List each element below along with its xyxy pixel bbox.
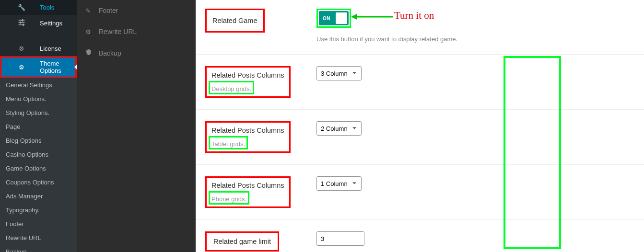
submenu-game-options[interactable]: Game Options	[0, 161, 77, 175]
sliders-icon	[6, 19, 37, 28]
annotation-turn-it-on: Turn it on	[394, 10, 434, 22]
submenu-ads-manager[interactable]: Ads Manager	[0, 189, 77, 203]
svg-rect-0	[18, 20, 24, 21]
wrench-icon: 🔧	[6, 4, 37, 11]
sidebar-label: Settings	[40, 20, 71, 27]
submenu-styling-options[interactable]: Styling Options.	[0, 106, 77, 120]
field-columns-desktop: Related Posts Columns Desktop grids. 3 C…	[196, 55, 644, 110]
field-columns-tablet: Related Posts Columns Tablet grids. 2 Co…	[196, 110, 644, 165]
gear-icon: ⚙	[6, 64, 37, 71]
submenu-menu-options[interactable]: Menu Options.	[0, 92, 77, 106]
submenu-backup[interactable]: Backup	[0, 245, 77, 252]
sidebar-label: License	[40, 45, 71, 52]
sidebar-item-license[interactable]: ⚙ License	[0, 41, 77, 56]
theme-options-submenu: General Settings Menu Options. Styling O…	[0, 78, 77, 252]
sidebar-label: Tools	[40, 4, 71, 11]
field-description: Use this button if you want to display r…	[316, 35, 634, 43]
submenu-page[interactable]: Page	[0, 120, 77, 134]
shield-icon	[85, 49, 94, 57]
svg-rect-5	[23, 23, 23, 26]
annotation-arrow	[351, 10, 395, 24]
field-sublabel: Desktop grids.	[210, 85, 253, 92]
gear-icon: ⚙	[85, 28, 94, 35]
select-desktop-columns[interactable]: 3 Column	[316, 66, 362, 80]
panel-item-backup[interactable]: Backup	[77, 42, 196, 64]
field-sublabel: Phone grids.	[210, 195, 248, 203]
submenu-footer[interactable]: Footer	[0, 217, 77, 231]
options-panel-sidebar: ✎ Footer ⚙ Rewrite URL Backup	[77, 0, 196, 252]
field-related-game: Related Game ON Turn it on Use this butt…	[196, 0, 644, 55]
panel-label: Footer	[99, 7, 118, 14]
select-tablet-columns[interactable]: 2 Column	[316, 121, 362, 136]
field-label: Related game limit	[211, 236, 274, 247]
panel-item-footer[interactable]: ✎ Footer	[77, 0, 196, 21]
submenu-typography[interactable]: Typography.	[0, 203, 77, 217]
field-columns-phone: Related Posts Columns Phone grids. 1 Col…	[196, 165, 644, 220]
svg-rect-4	[20, 22, 21, 24]
field-related-game-limit: Related game limit	[196, 220, 644, 252]
wp-admin-sidebar: 🔧 Tools Settings ⚙ License ⚙ Theme Optio…	[0, 0, 77, 252]
sidebar-item-settings[interactable]: Settings	[0, 15, 77, 32]
svg-marker-7	[351, 14, 357, 20]
sidebar-label: Theme Options	[40, 60, 71, 74]
field-label: Related Posts Columns	[209, 69, 287, 81]
submenu-casino-options[interactable]: Casino Options	[0, 148, 77, 161]
panel-label: Backup	[99, 49, 121, 57]
select-phone-columns[interactable]: 1 Column	[316, 176, 362, 191]
submenu-coupons-options[interactable]: Coupons Options	[0, 175, 77, 189]
gear-icon: ⚙	[6, 45, 37, 52]
field-label: Related Posts Columns	[209, 125, 287, 136]
field-label: Related Posts Columns	[209, 180, 287, 191]
svg-rect-3	[22, 19, 23, 22]
svg-rect-1	[18, 22, 24, 23]
panel-label: Rewrite URL	[99, 28, 137, 35]
toggle-knob	[336, 12, 347, 24]
field-label-related-game: Related Game	[210, 15, 260, 26]
pencil-icon: ✎	[85, 7, 94, 14]
toggle-on-text: ON	[323, 16, 330, 21]
options-content: Related Game ON Turn it on Use this butt…	[196, 0, 644, 252]
sidebar-item-theme-options[interactable]: ⚙ Theme Options	[0, 56, 77, 78]
toggle-related-game[interactable]: ON	[319, 11, 349, 25]
sidebar-item-tools[interactable]: 🔧 Tools	[0, 0, 77, 15]
submenu-general-settings[interactable]: General Settings	[0, 78, 77, 92]
panel-item-rewrite-url[interactable]: ⚙ Rewrite URL	[77, 21, 196, 42]
submenu-rewrite-url[interactable]: Rewrite URL	[0, 231, 77, 245]
field-sublabel: Tablet grids.	[210, 140, 246, 148]
submenu-blog-options[interactable]: Blog Options	[0, 134, 77, 148]
input-related-game-limit[interactable]	[316, 231, 364, 246]
